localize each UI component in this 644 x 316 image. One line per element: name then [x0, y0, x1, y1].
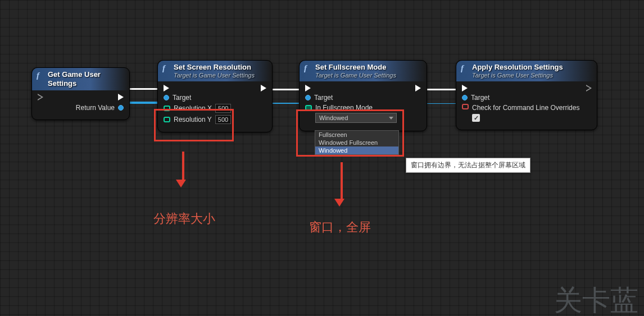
node-title: Set Screen Resolution [174, 63, 255, 72]
exec-out-pin[interactable] [586, 85, 591, 91]
dropdown-value: Windowed [319, 115, 348, 121]
dropdown-option-windowed-fullscreen[interactable]: Windowed Fullscreen [315, 139, 398, 146]
node-subtitle: Target is Game User Settings [472, 72, 563, 79]
function-icon: f [37, 70, 44, 80]
node-set-screen-resolution[interactable]: f Set Screen Resolution Target is Game U… [157, 60, 273, 132]
return-value-pin[interactable] [118, 105, 124, 111]
exec-in-pin[interactable] [38, 94, 43, 100]
node-header: f Set Fullscreen Mode Target is Game Use… [300, 61, 427, 81]
exec-out-pin[interactable] [415, 85, 421, 91]
arrow-fullscreen [338, 162, 344, 207]
watermark: 关卡蓝 [554, 282, 638, 316]
node-header: f Get Game User Settings [32, 68, 129, 90]
node-get-game-user-settings[interactable]: f Get Game User Settings Return Value [31, 67, 130, 120]
exec-in-pin[interactable] [462, 85, 468, 91]
fullscreen-mode-dropdown-list[interactable]: Fullscreen Windowed Fullscreen Windowed [315, 130, 399, 155]
resolution-y-label: Resolution Y [174, 116, 212, 123]
check-cmdline-label: Check for Command Line Overrides [472, 104, 579, 112]
resolution-y-input[interactable]: 500 [215, 115, 231, 124]
target-label: Target [173, 94, 191, 102]
fullscreen-mode-pin[interactable] [305, 105, 312, 111]
function-icon: f [461, 63, 469, 73]
resolution-x-label: Resolution X [174, 104, 212, 112]
annotation-resolution: 分辨率大小 [153, 210, 215, 227]
node-subtitle: Target is Game User Settings [174, 72, 255, 79]
node-title: Set Fullscreen Mode [315, 63, 396, 72]
node-title: Get Game User Settings [48, 70, 124, 88]
dropdown-option-fullscreen[interactable]: Fullscreen [315, 131, 398, 139]
target-label: Target [471, 94, 489, 102]
tooltip: 窗口拥有边界，无法占据整个屏幕区域 [406, 158, 530, 173]
fullscreen-mode-dropdown[interactable]: Windowed [315, 113, 397, 123]
return-value-label: Return Value [76, 104, 115, 112]
function-icon: f [304, 63, 312, 73]
node-subtitle: Target is Game User Settings [315, 72, 396, 79]
resolution-y-pin[interactable] [164, 117, 170, 122]
target-pin[interactable] [305, 95, 311, 100]
check-cmdline-checkbox[interactable]: ✓ [472, 114, 480, 122]
exec-in-pin[interactable] [305, 85, 311, 91]
function-icon: f [162, 63, 170, 73]
target-label: Target [314, 94, 333, 102]
exec-out-pin[interactable] [118, 94, 124, 100]
node-title: Apply Resolution Settings [472, 63, 563, 72]
resolution-x-input[interactable]: 500 [215, 104, 231, 113]
exec-in-pin[interactable] [164, 85, 169, 91]
target-pin[interactable] [462, 95, 468, 100]
resolution-x-pin[interactable] [164, 106, 170, 111]
node-header: f Apply Resolution Settings Target is Ga… [456, 61, 597, 81]
annotation-fullscreen: 窗口，全屏 [309, 219, 371, 236]
fullscreen-mode-label: In Fullscreen Mode [315, 104, 373, 112]
check-cmdline-pin[interactable] [462, 104, 469, 109]
arrow-resolution [180, 152, 186, 187]
target-pin[interactable] [164, 95, 169, 100]
node-set-fullscreen-mode[interactable]: f Set Fullscreen Mode Target is Game Use… [299, 60, 427, 131]
exec-out-pin[interactable] [261, 85, 266, 91]
dropdown-option-windowed[interactable]: Windowed [315, 146, 398, 154]
node-apply-resolution-settings[interactable]: f Apply Resolution Settings Target is Ga… [456, 60, 597, 130]
node-header: f Set Screen Resolution Target is Game U… [158, 61, 272, 81]
